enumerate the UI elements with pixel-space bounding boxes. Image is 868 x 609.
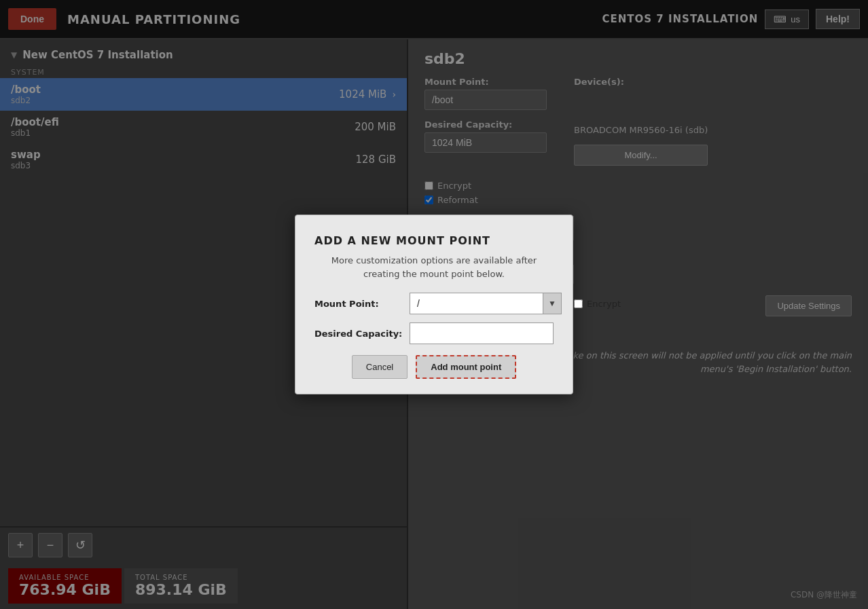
add-mount-point-dialog: ADD A NEW MOUNT POINT More customization… [295,215,573,394]
dialog-encrypt-label: Encrypt [587,299,621,309]
dialog-encrypt-checkbox[interactable] [574,299,583,308]
dialog-capacity-row: Desired Capacity: [314,322,554,344]
dialog-mount-point-label: Mount Point: [314,299,403,309]
dialog-capacity-input[interactable] [410,322,554,344]
dialog-mount-point-row: Mount Point: ▼ Encrypt [314,293,554,314]
dialog-input-wrap: ▼ [410,293,562,314]
dialog-dropdown-button[interactable]: ▼ [543,293,562,314]
dialog-title: ADD A NEW MOUNT POINT [314,234,554,247]
dialog-mount-point-input[interactable] [410,293,543,314]
dialog-buttons: Cancel Add mount point [314,355,554,379]
dialog-overlay: ADD A NEW MOUNT POINT More customization… [0,0,868,609]
add-mount-point-button[interactable]: Add mount point [416,355,516,379]
cancel-button[interactable]: Cancel [352,355,408,379]
dialog-capacity-label: Desired Capacity: [314,329,403,339]
dialog-encrypt-row: Encrypt [574,299,621,309]
dialog-description: More customization options are available… [314,254,554,280]
